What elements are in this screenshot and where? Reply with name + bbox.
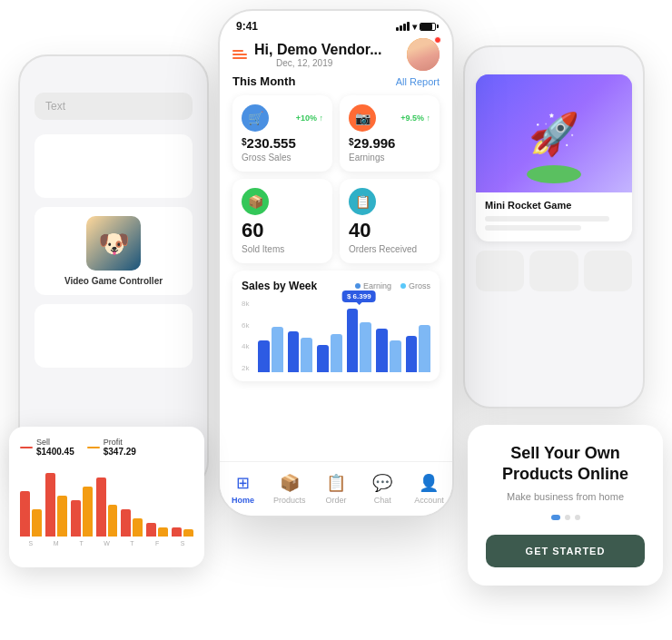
- rocket-image: 🚀: [476, 74, 632, 192]
- nav-products-label: Products: [273, 496, 306, 505]
- search-placeholder: Text: [45, 100, 65, 113]
- status-time: 9:41: [236, 20, 258, 33]
- left-phone: Text 🐶 Video Game Controller: [18, 54, 209, 490]
- stat-number-orders: 40: [349, 219, 430, 242]
- bar-tooltip: $ 6.399: [342, 290, 376, 302]
- rocket-emoji: 🚀: [529, 110, 579, 158]
- bar-light-1: [272, 327, 283, 372]
- right-small-card-3: [584, 251, 632, 291]
- right-small-card-1: [476, 251, 524, 291]
- day-m: M: [45, 540, 67, 546]
- bar-light-2: [301, 338, 312, 372]
- nav-products[interactable]: 📦 Products: [266, 473, 312, 505]
- right-phone: 🚀 Mini Rocket Game: [463, 45, 645, 409]
- nav-home-label: Home: [232, 496, 254, 505]
- left-search-bar: Text: [35, 93, 193, 120]
- product-label-left: Video Game Controller: [64, 276, 163, 286]
- bar-group-1: [258, 327, 283, 372]
- mini-bar-r-7: [172, 527, 182, 537]
- bar-group-3: [317, 334, 342, 372]
- promo-title: Sell Your Own Products Online: [486, 443, 645, 484]
- hamburger-menu[interactable]: [232, 50, 247, 59]
- day-labels: S M T W T F S: [20, 540, 193, 546]
- rocket-base: [527, 165, 581, 183]
- mini-bar-r-3: [71, 500, 81, 537]
- bar-light-3: [331, 334, 342, 372]
- sell-value: $1400.45: [36, 447, 74, 457]
- mini-bar-r-6: [146, 523, 156, 537]
- stat-change-sales: +10% ↑: [296, 113, 323, 123]
- mini-bar-pair-4: [96, 478, 118, 537]
- promo-dot-1: [551, 515, 560, 520]
- bottom-nav: ⊞ Home 📦 Products 📋 Order 💬 Chat 👤 Accou…: [220, 461, 452, 516]
- get-started-button[interactable]: GET STARTED: [486, 535, 645, 567]
- day-w: W: [96, 540, 118, 546]
- stats-grid: 🛒 +10% ↑ $230.555 Gross Sales 📷 +9.5% ↑ …: [232, 95, 440, 263]
- bar-group-5: [376, 329, 401, 372]
- right-product-info: Mini Rocket Game: [476, 192, 632, 241]
- mini-bar-pair-3: [71, 487, 93, 537]
- mini-bar-r-2: [45, 473, 55, 537]
- left-placeholder-card: [35, 134, 193, 198]
- account-icon: 👤: [419, 473, 439, 493]
- avatar[interactable]: [407, 38, 440, 71]
- sell-label: Sell: [36, 438, 74, 447]
- bar-chart: $ 6.399: [258, 300, 430, 372]
- right-product-card: 🚀 Mini Rocket Game: [476, 74, 632, 241]
- chart-y-labels: 2k4k6k8k: [242, 300, 249, 372]
- profit-line-icon: [87, 447, 100, 448]
- stat-number-sold: 60: [242, 219, 323, 242]
- mini-bar-o-1: [32, 509, 42, 537]
- sales-header: Sales by Week Earning Gross: [242, 280, 430, 292]
- profit-value: $347.29: [104, 447, 136, 457]
- mini-bar-o-5: [133, 518, 143, 537]
- nav-chat-label: Chat: [374, 496, 391, 505]
- profit-label: Profit: [104, 438, 136, 447]
- mini-bar-r-4: [96, 478, 106, 537]
- stat-label-orders: Orders Received: [349, 244, 430, 254]
- phone-content: Hi, Demo Vendor... Dec, 12, 2019 This Mo…: [220, 33, 452, 487]
- stat-icon-sales: 🛒: [242, 104, 269, 132]
- mini-bar-r-1: [20, 491, 30, 537]
- bar-group-2: [288, 331, 313, 372]
- stat-card-gross-sales: 🛒 +10% ↑ $230.555 Gross Sales: [232, 95, 332, 172]
- legend-earning: Earning: [355, 281, 391, 290]
- mini-bar-r-5: [121, 509, 131, 537]
- day-t1: T: [71, 540, 93, 546]
- bar-light-5: [390, 340, 401, 372]
- day-f: F: [146, 540, 168, 546]
- bar-dark-3: [317, 345, 329, 372]
- all-report-link[interactable]: All Report: [396, 76, 440, 87]
- stat-icon-earnings: 📷: [349, 104, 376, 132]
- phone-header: Hi, Demo Vendor... Dec, 12, 2019: [232, 38, 440, 71]
- right-small-card-2: [529, 251, 578, 291]
- day-s1: S: [20, 540, 42, 546]
- section-title: This Month: [232, 74, 295, 88]
- header-left: Hi, Demo Vendor... Dec, 12, 2019: [232, 42, 381, 68]
- bar-light-4: [360, 322, 371, 372]
- sell-line-icon: [20, 447, 33, 448]
- stat-card-orders: 📋 40 Orders Received: [340, 179, 440, 263]
- promo-dot-2: [565, 515, 570, 520]
- nav-account[interactable]: 👤 Account: [406, 473, 452, 505]
- day-s2: S: [172, 540, 193, 546]
- mini-bar-pair-7: [172, 527, 193, 537]
- order-icon: 📋: [326, 473, 346, 493]
- bar-dark-2: [288, 331, 300, 372]
- legend-gross: Gross: [400, 281, 430, 290]
- mini-bar-o-6: [158, 527, 168, 537]
- stat-value-sales: $230.555: [242, 135, 323, 151]
- mini-bar-o-2: [57, 496, 67, 537]
- stat-label-sales: Gross Sales: [242, 153, 323, 162]
- bar-dark-6: [406, 336, 418, 372]
- nav-home[interactable]: ⊞ Home: [220, 473, 266, 505]
- nav-chat[interactable]: 💬 Chat: [360, 473, 406, 505]
- bar-dark-4: [347, 309, 359, 372]
- mini-bar-pair-5: [121, 509, 143, 537]
- mini-bar-o-4: [108, 505, 118, 537]
- products-icon: 📦: [280, 473, 300, 493]
- this-month-header: This Month All Report: [232, 74, 440, 88]
- nav-order[interactable]: 📋 Order: [312, 473, 359, 505]
- mini-bar-o-3: [83, 487, 93, 537]
- stat-card-earnings: 📷 +9.5% ↑ $29.996 Earnings: [340, 95, 440, 172]
